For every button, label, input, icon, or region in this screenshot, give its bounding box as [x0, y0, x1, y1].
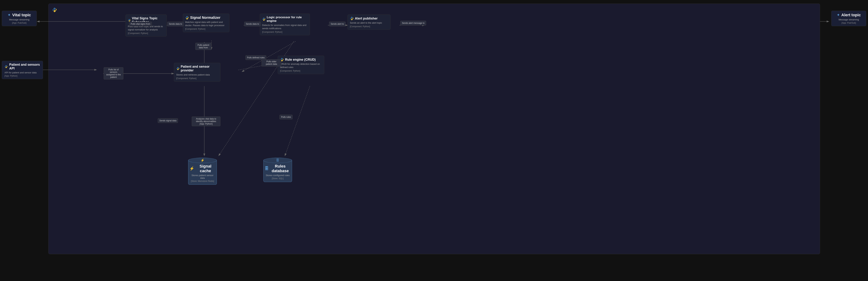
edge-sends-data-1: Sends data to: [167, 22, 184, 26]
alert-publisher-title: Alert publisher: [350, 17, 388, 21]
redis-icon: ⚡: [200, 158, 205, 162]
edge-pulls-patient: Pulls patient data from: [195, 43, 212, 50]
signal-normalizer-node: Signal Normalizer Matches signal data wi…: [183, 13, 229, 32]
edge-sends-signal: Sends signal data: [158, 118, 178, 123]
svg-line-14: [285, 86, 310, 156]
rule-engine-tag: [Component: Python]: [280, 70, 322, 72]
signal-cache-tag: [Store: Memstore Redis]: [189, 180, 216, 182]
signal-cache-title: ⚡ Signal cache: [189, 164, 216, 173]
alert-topic-desc: Message streaming: [834, 18, 864, 21]
rule-engine-title: Rule engine (CRUD): [280, 58, 322, 62]
patient-api-desc: API for patient and sensor data: [4, 71, 40, 74]
rules-database-node: 🗄 🗄 Rules database Stores configured rul…: [264, 158, 292, 182]
logic-processor-title: Logic processor for rule engine: [262, 15, 308, 23]
rules-database-cylinder: 🗄 🗄 Rules database Stores configured rul…: [264, 158, 292, 182]
signal-normalizer-title: Signal Normalizer: [185, 15, 227, 20]
python-icon-api: [4, 65, 8, 68]
vital-topic-tag: [App: Pub/Sub]: [4, 22, 34, 24]
signal-cache-node: ⚡ ⚡ Signal cache Stores patient sensor d…: [188, 158, 217, 185]
edge-pulls-older: Pulls older patient data: [261, 59, 281, 66]
signal-cache-desc: Stores patient sensor data: [189, 174, 216, 179]
rule-engine-node: Rule engine (CRUD) CRUD for anomaly dete…: [278, 56, 324, 74]
patient-sensor-provider-desc: Stores and retrieves patient data: [176, 73, 218, 76]
rules-database-tag: [Store: SQL]: [265, 177, 291, 180]
diagram-python-logo: [52, 7, 57, 13]
alert-topic-node: ✦ Alert topic Message streaming [App: Pu…: [831, 11, 866, 26]
patient-sensor-provider-title: Patient and sensor provider: [176, 65, 218, 72]
diagram-container: Vital Signs Topic Subscriber Pulls data …: [48, 4, 820, 254]
vital-topic-desc: Message streaming: [4, 18, 34, 21]
signal-normalizer-desc: Matches signal data with patient and doc…: [185, 21, 227, 27]
edge-sends-alert: Sends alert to: [329, 22, 346, 26]
edge-pulls-vital: Pulls vital signs from: [129, 22, 152, 26]
pubsub-icon-2: ✦: [837, 13, 840, 18]
rule-engine-desc: CRUD for anomaly detection based on defi…: [280, 62, 322, 69]
alert-publisher-desc: Sends an alert to the alert topic: [350, 21, 388, 25]
rules-database-desc: Stores configured rules: [265, 174, 291, 177]
edge-sends-data-2: Sends data to: [244, 22, 261, 26]
pubsub-icon: ✦: [7, 13, 11, 18]
signal-normalizer-tag: [Component: Python]: [185, 28, 227, 30]
edge-pulls-rules: Pulls rules: [279, 115, 292, 119]
edge-sends-alert-msg: Sends alert message to: [400, 21, 426, 25]
redis-icon-2: ⚡: [189, 166, 194, 171]
alert-topic-title: Alert topic: [841, 13, 861, 18]
edge-pulls-sensors: Pulls list of sensors assigned to the pa…: [104, 67, 123, 80]
edge-analyzes: Analyzes vital data to identify abnormal…: [192, 117, 220, 126]
signal-cache-cylinder: ⚡ ⚡ Signal cache Stores patient sensor d…: [188, 158, 217, 185]
vital-signs-subscriber-tag: [Component: Python]: [128, 32, 164, 35]
logic-processor-node: Logic processor for rule engine Detects …: [260, 13, 310, 35]
vital-topic-title: Vital topic: [12, 13, 31, 18]
patient-api-title: Patient and sensors API: [9, 63, 40, 70]
vital-topic-node: ✦ Vital topic Message streaming [App: Pu…: [2, 11, 37, 26]
patient-sensor-provider-node: Patient and sensor provider Stores and r…: [174, 63, 220, 82]
logic-processor-desc: Detects for anomalies from signal data a…: [262, 24, 308, 30]
rules-database-title: 🗄 Rules database: [265, 164, 291, 173]
alert-publisher-tag: [Component: Python]: [350, 25, 388, 28]
python-icon-2: [185, 16, 189, 20]
alert-publisher-node: Alert publisher Sends an alert to the al…: [347, 14, 391, 30]
alert-topic-tag: [App: Pub/Sub]: [834, 22, 864, 24]
patient-sensors-api-node: Patient and sensors API API for patient …: [2, 61, 43, 79]
logic-processor-tag: [Component: Python]: [262, 31, 308, 33]
python-icon-5: [176, 67, 180, 70]
sql-icon: 🗄: [276, 159, 279, 162]
arrows-svg: [49, 4, 820, 254]
python-icon-4: [350, 17, 354, 21]
python-icon-3: [262, 17, 266, 21]
sql-icon-2: 🗄: [265, 166, 269, 171]
patient-sensor-provider-tag: [Component: Python]: [176, 77, 218, 80]
patient-api-tag: [App: Python]: [4, 75, 40, 77]
